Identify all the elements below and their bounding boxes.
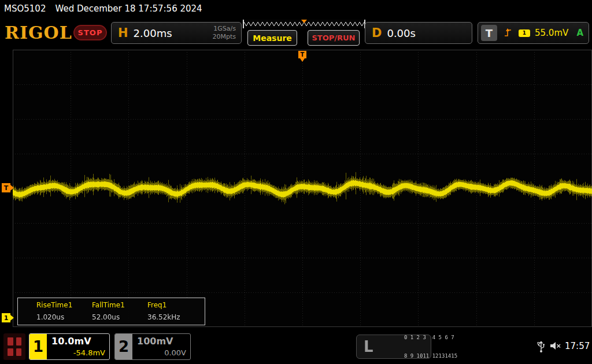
waveform-canvas[interactable] xyxy=(13,50,592,327)
measurement-value: 52.00us xyxy=(92,313,147,321)
acquisition-status-badge: STOP xyxy=(73,25,107,40)
menu-square-icon xyxy=(16,348,22,356)
acquisition-info: 1GSa/s 20Mpts xyxy=(212,25,236,42)
menu-button[interactable] xyxy=(3,333,25,360)
timebase-value: 2.00ms xyxy=(134,27,172,39)
channel2-offset: 0.00V xyxy=(137,348,186,357)
top-info-bar: MSO5102 Wed December 18 17:57:56 2024 xyxy=(0,0,592,17)
delay-settings-panel[interactable]: D 0.00s xyxy=(365,22,472,44)
trigger-position-marker[interactable]: T xyxy=(298,51,306,58)
model-name: MSO5102 xyxy=(4,3,46,14)
logic-channel-numbers: 0 1 2 3 4 5 6 7 8 9 1011 12131415 xyxy=(379,324,457,364)
stop-run-button[interactable]: STOP/RUN xyxy=(308,30,360,46)
channel1-values: 10.0mV -54.8mV xyxy=(47,334,109,359)
delay-label: D xyxy=(372,26,382,40)
measurement-item: FallTime1 52.00us xyxy=(92,301,147,325)
measurement-value: 1.020us xyxy=(36,313,92,321)
trigger-settings-panel[interactable]: T 1 55.0mV A xyxy=(478,22,589,44)
channel1-offset-marker[interactable]: 1 xyxy=(2,313,10,322)
menu-square-icon xyxy=(8,348,13,356)
trigger-slope-icon xyxy=(504,27,513,39)
oscilloscope-screen: MSO5102 Wed December 18 17:57:56 2024 RI… xyxy=(0,0,592,364)
bottom-status-bar: 1 10.0mV -54.8mV 2 100mV 0.00V L 0 1 2 3… xyxy=(0,329,592,364)
measurement-name: FallTime1 xyxy=(92,301,147,309)
speaker-mute-icon[interactable] xyxy=(550,341,561,351)
menu-square-icon xyxy=(16,337,22,346)
waveform-display-area[interactable]: T T 1 xyxy=(13,50,592,327)
measurement-item: RiseTime1 1.020us xyxy=(36,301,92,325)
channel2-status-box[interactable]: 2 100mV 0.00V xyxy=(114,333,191,360)
usb-icon xyxy=(536,339,546,353)
delay-value: 0.00s xyxy=(387,27,415,39)
trigger-level-marker[interactable]: T xyxy=(2,183,10,192)
trigger-level-value: 55.0mV xyxy=(535,28,568,38)
horizontal-settings-panel[interactable]: H 2.00ms 1GSa/s 20Mpts xyxy=(111,22,242,44)
memory-depth: 20Mpts xyxy=(212,33,236,40)
sample-rate: 1GSa/s xyxy=(213,25,236,32)
measurement-item: Freq1 36.52kHz xyxy=(147,301,203,325)
waveform-position-strip[interactable] xyxy=(243,20,365,28)
trigger-label: T xyxy=(481,25,497,41)
channel1-status-box[interactable]: 1 10.0mV -54.8mV xyxy=(29,333,110,360)
measurement-name: RiseTime1 xyxy=(36,301,92,309)
channel1-scale: 10.0mV xyxy=(51,336,105,347)
logic-channels-box[interactable]: L 0 1 2 3 4 5 6 7 8 9 1011 12131415 xyxy=(356,335,431,359)
channel1-number: 1 xyxy=(29,334,47,359)
clock-display: 17:57 xyxy=(565,341,590,351)
datetime: Wed December 18 17:57:56 2024 xyxy=(55,3,202,14)
trigger-mode: A xyxy=(576,28,583,38)
measure-button[interactable]: Measure xyxy=(247,30,297,46)
measurement-name: Freq1 xyxy=(147,301,203,309)
header-bar: RIGOL STOP H 2.00ms 1GSa/s 20Mpts Measur… xyxy=(0,17,592,50)
channel1-offset: -54.8mV xyxy=(51,348,105,357)
horizontal-label: H xyxy=(118,26,128,40)
channel2-values: 100mV 0.00V xyxy=(132,334,190,359)
logic-label: L xyxy=(357,338,379,355)
rigol-logo: RIGOL xyxy=(5,23,72,43)
channel2-number: 2 xyxy=(115,334,132,359)
channel2-scale: 100mV xyxy=(137,336,186,347)
trigger-source-icon: 1 xyxy=(519,29,530,37)
measurements-panel: RiseTime1 1.020us FallTime1 52.00us Freq… xyxy=(17,298,205,325)
strip-trigger-marker-icon xyxy=(301,20,307,23)
measurement-value: 36.52kHz xyxy=(147,313,203,321)
menu-square-icon xyxy=(8,337,13,346)
logic-row-1: 0 1 2 3 4 5 6 7 xyxy=(404,335,454,340)
memory-overview-icon xyxy=(243,20,365,28)
logic-row-2: 8 9 1011 12131415 xyxy=(404,353,457,359)
